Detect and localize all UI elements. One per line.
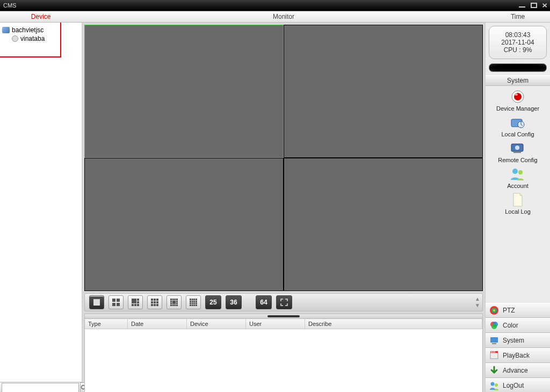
video-cell-3[interactable] <box>84 158 284 291</box>
log-panel: Type Date Device User Describe <box>84 314 483 392</box>
local-config-button[interactable]: Local Config <box>501 115 534 137</box>
remote-config-icon <box>510 141 526 156</box>
right-spacer <box>486 218 550 303</box>
svg-point-60 <box>518 170 523 175</box>
svg-point-53 <box>515 93 518 96</box>
color-label: Color <box>503 322 518 329</box>
layout-25-button[interactable]: 25 <box>205 295 221 309</box>
right-panel: 08:03:43 2017-11-04 CPU : 9% System Devi… <box>485 23 550 392</box>
log-col-device[interactable]: Device <box>187 319 246 329</box>
camera-icon <box>12 35 18 42</box>
layout-16-button[interactable] <box>186 295 201 309</box>
log-body[interactable] <box>85 329 482 392</box>
fullscreen-button[interactable] <box>276 295 292 309</box>
playback-label: PlayBack <box>503 352 530 359</box>
svg-rect-23 <box>172 299 174 300</box>
monitor-header-label: Monitor <box>82 13 486 20</box>
advance-tab[interactable]: Advance <box>486 363 550 378</box>
svg-rect-25 <box>176 299 178 300</box>
log-drag-handle[interactable] <box>85 314 482 319</box>
device-tree[interactable]: bachvietjsc vinataba <box>0 23 82 382</box>
device-panel: bachvietjsc vinataba <box>0 23 82 392</box>
svg-point-75 <box>495 383 498 387</box>
svg-rect-28 <box>176 301 178 302</box>
device-search-bar <box>0 382 82 392</box>
svg-rect-41 <box>193 301 195 302</box>
minimize-button[interactable] <box>519 6 525 8</box>
svg-rect-18 <box>156 301 158 303</box>
svg-rect-16 <box>151 301 153 303</box>
ptz-label: PTZ <box>503 307 515 314</box>
svg-rect-57 <box>513 151 521 153</box>
video-cell-4[interactable] <box>284 158 483 291</box>
svg-rect-40 <box>192 301 193 302</box>
maximize-button[interactable] <box>531 3 537 8</box>
logout-tab[interactable]: LogOut <box>486 378 550 392</box>
scroll-up-button[interactable]: ▲ <box>475 296 480 302</box>
svg-rect-11 <box>134 304 136 306</box>
device-search-input[interactable] <box>2 383 79 392</box>
scroll-down-button[interactable]: ▼ <box>475 303 480 308</box>
account-icon <box>510 166 526 182</box>
svg-rect-30 <box>176 302 178 304</box>
svg-rect-2 <box>93 299 100 306</box>
local-config-icon <box>510 115 526 130</box>
local-log-button[interactable]: Local Log <box>505 192 531 215</box>
window-title: CMS <box>3 2 16 9</box>
tree-child-item[interactable]: vinataba <box>2 34 79 43</box>
ptz-tab[interactable]: PTZ <box>486 303 550 318</box>
log-col-describe[interactable]: Describe <box>305 319 482 329</box>
device-manager-button[interactable]: Device Manager <box>496 89 539 112</box>
svg-rect-67 <box>490 337 498 343</box>
svg-rect-42 <box>196 301 197 302</box>
svg-rect-6 <box>117 303 120 306</box>
layout-64-button[interactable]: 64 <box>256 295 272 309</box>
svg-rect-22 <box>170 299 172 300</box>
video-cell-2[interactable] <box>284 25 483 158</box>
svg-rect-73 <box>494 352 495 353</box>
layout-36-button[interactable]: 36 <box>226 295 242 309</box>
time-header-label: Time <box>486 13 550 20</box>
svg-point-58 <box>515 146 519 150</box>
playback-tab[interactable]: PlayBack <box>486 348 550 363</box>
system-tab-label: System <box>503 337 524 344</box>
tree-child-label: vinataba <box>20 35 45 42</box>
svg-rect-71 <box>491 352 492 353</box>
svg-rect-33 <box>174 304 176 306</box>
side-tabs: PTZ Color System PlayBack <box>486 303 550 392</box>
svg-rect-7 <box>132 299 136 303</box>
logout-icon <box>489 380 500 391</box>
svg-rect-26 <box>170 301 172 302</box>
svg-rect-8 <box>137 299 139 301</box>
playback-icon <box>489 350 500 361</box>
svg-rect-17 <box>154 301 156 303</box>
account-button[interactable]: Account <box>507 166 529 189</box>
clock-cpu: CPU : 9% <box>504 46 532 54</box>
video-cell-1[interactable] <box>84 25 284 158</box>
tree-root-item[interactable]: bachvietjsc <box>2 26 79 34</box>
svg-rect-19 <box>151 304 153 306</box>
system-section-header: System <box>486 75 550 86</box>
system-tab[interactable]: System <box>486 333 550 348</box>
svg-rect-14 <box>154 299 156 301</box>
layout-1-button[interactable] <box>89 295 104 309</box>
svg-rect-69 <box>490 353 498 359</box>
system-icon <box>489 335 500 346</box>
log-col-user[interactable]: User <box>246 319 305 329</box>
log-col-type[interactable]: Type <box>85 319 128 329</box>
svg-rect-68 <box>492 343 496 344</box>
layout-6-button[interactable] <box>128 295 143 309</box>
svg-point-74 <box>491 382 495 386</box>
layout-4-button[interactable] <box>108 295 124 309</box>
color-tab[interactable]: Color <box>486 318 550 333</box>
svg-rect-37 <box>193 299 195 300</box>
layout-9-button[interactable] <box>147 295 162 309</box>
close-button[interactable]: × <box>542 2 547 9</box>
layout-toolbar: 25 36 64 ▲ ▼ <box>84 293 483 311</box>
log-col-date[interactable]: Date <box>128 319 187 329</box>
layout-13-button[interactable] <box>167 295 182 309</box>
toolbar-scroll-arrows: ▲ ▼ <box>475 294 480 311</box>
remote-config-button[interactable]: Remote Config <box>498 141 537 163</box>
svg-rect-36 <box>192 299 193 300</box>
section-headers: Device Monitor Time <box>0 11 550 23</box>
